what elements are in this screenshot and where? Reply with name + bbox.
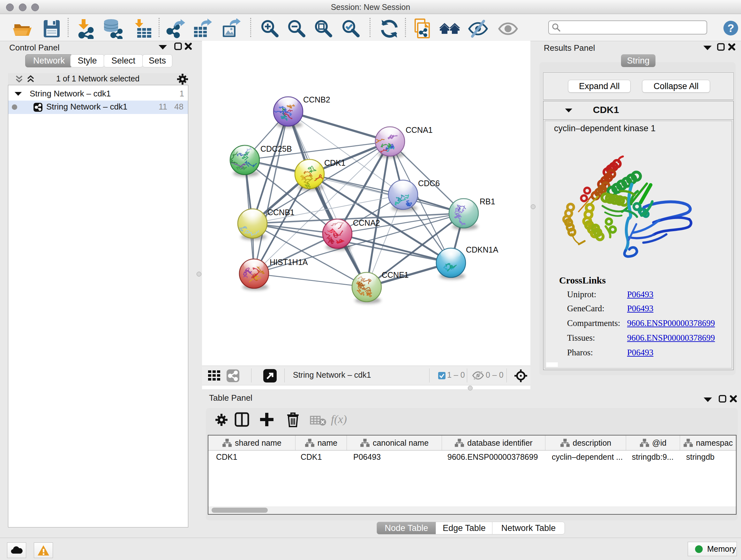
svg-text:CCNB2: CCNB2 <box>303 95 330 104</box>
svg-text:CCNA2: CCNA2 <box>353 219 380 227</box>
svg-text:RB1: RB1 <box>480 197 495 206</box>
svg-text:HIST1H1A: HIST1H1A <box>270 258 308 266</box>
svg-text:CCNE1: CCNE1 <box>382 270 409 279</box>
svg-text:CDKN1A: CDKN1A <box>466 245 498 254</box>
svg-text:CDK1: CDK1 <box>324 159 346 167</box>
svg-text:CDC6: CDC6 <box>418 179 440 188</box>
svg-text:CCNA1: CCNA1 <box>406 125 433 134</box>
svg-text:CDC25B: CDC25B <box>260 144 292 153</box>
svg-text:?: ? <box>727 22 734 34</box>
svg-text:CCNB1: CCNB1 <box>267 208 294 217</box>
